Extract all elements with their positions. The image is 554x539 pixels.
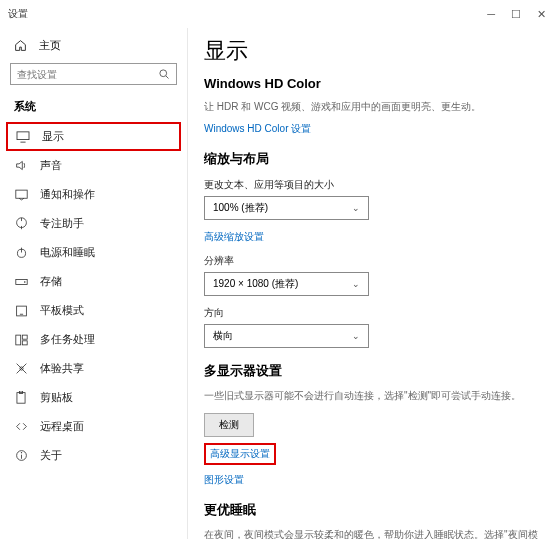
hd-color-desc: 让 HDR 和 WCG 视频、游戏和应用中的画面更明亮、更生动。 bbox=[204, 99, 538, 114]
sidebar-home-label: 主页 bbox=[39, 38, 61, 53]
hd-color-link[interactable]: Windows HD Color 设置 bbox=[204, 122, 311, 136]
svg-rect-13 bbox=[22, 340, 27, 344]
sidebar-item-label: 通知和操作 bbox=[40, 187, 95, 202]
orientation-select[interactable]: 横向 ⌄ bbox=[204, 324, 369, 348]
sidebar-item-label: 体验共享 bbox=[40, 361, 84, 376]
text-size-select[interactable]: 100% (推荐) ⌄ bbox=[204, 196, 369, 220]
sidebar-item-shared[interactable]: 体验共享 bbox=[0, 354, 187, 383]
svg-point-0 bbox=[160, 70, 167, 77]
multi-desc: 一些旧式显示器可能不会进行自动连接，选择"检测"即可尝试手动连接。 bbox=[204, 388, 538, 403]
sidebar-section: 系统 bbox=[0, 93, 187, 122]
svg-rect-2 bbox=[17, 131, 29, 139]
resolution-value: 1920 × 1080 (推荐) bbox=[213, 277, 298, 291]
svg-point-21 bbox=[20, 452, 21, 453]
multitask-icon bbox=[14, 333, 28, 347]
sound-icon bbox=[14, 159, 28, 173]
text-size-label: 更改文本、应用等项目的大小 bbox=[204, 178, 538, 192]
graphics-link[interactable]: 图形设置 bbox=[204, 473, 244, 487]
sidebar-home[interactable]: 主页 bbox=[0, 32, 187, 59]
shared-icon bbox=[14, 362, 28, 376]
sidebar-item-label: 电源和睡眠 bbox=[40, 245, 95, 260]
search-icon bbox=[152, 68, 176, 80]
chevron-down-icon: ⌄ bbox=[352, 203, 360, 213]
sleep-heading: 更优睡眠 bbox=[204, 501, 538, 519]
hd-color-heading: Windows HD Color bbox=[204, 76, 538, 91]
sidebar-item-label: 剪贴板 bbox=[40, 390, 73, 405]
multi-heading: 多显示器设置 bbox=[204, 362, 538, 380]
sidebar-item-storage[interactable]: 存储 bbox=[0, 267, 187, 296]
svg-rect-12 bbox=[22, 335, 27, 339]
home-icon bbox=[14, 39, 27, 52]
sidebar: 主页 系统 显示 声音 通知和操作 专注助手 bbox=[0, 28, 188, 539]
chevron-down-icon: ⌄ bbox=[352, 331, 360, 341]
detect-button[interactable]: 检测 bbox=[204, 413, 254, 437]
search-input[interactable] bbox=[10, 63, 177, 85]
sidebar-item-focus[interactable]: 专注助手 bbox=[0, 209, 187, 238]
sidebar-item-notifications[interactable]: 通知和操作 bbox=[0, 180, 187, 209]
focus-icon bbox=[14, 217, 28, 231]
svg-rect-11 bbox=[15, 335, 20, 345]
adv-scale-link[interactable]: 高级缩放设置 bbox=[204, 230, 264, 244]
sidebar-item-power[interactable]: 电源和睡眠 bbox=[0, 238, 187, 267]
about-icon bbox=[14, 449, 28, 463]
resolution-select[interactable]: 1920 × 1080 (推荐) ⌄ bbox=[204, 272, 369, 296]
page-title: 显示 bbox=[204, 36, 538, 66]
close-button[interactable]: ✕ bbox=[537, 8, 546, 21]
svg-point-8 bbox=[23, 281, 25, 283]
sidebar-item-label: 存储 bbox=[40, 274, 62, 289]
search-field[interactable] bbox=[11, 69, 152, 80]
sidebar-item-label: 显示 bbox=[42, 129, 64, 144]
display-icon bbox=[16, 130, 30, 144]
tablet-icon bbox=[14, 304, 28, 318]
main-content: 显示 Windows HD Color 让 HDR 和 WCG 视频、游戏和应用… bbox=[188, 28, 554, 539]
remote-icon bbox=[14, 420, 28, 434]
svg-rect-4 bbox=[15, 190, 26, 198]
resolution-label: 分辨率 bbox=[204, 254, 538, 268]
sidebar-item-label: 多任务处理 bbox=[40, 332, 95, 347]
scale-heading: 缩放与布局 bbox=[204, 150, 538, 168]
text-size-value: 100% (推荐) bbox=[213, 201, 268, 215]
svg-line-1 bbox=[166, 76, 169, 79]
sidebar-item-about[interactable]: 关于 bbox=[0, 441, 187, 470]
clipboard-icon bbox=[14, 391, 28, 405]
sidebar-item-sound[interactable]: 声音 bbox=[0, 151, 187, 180]
window-title: 设置 bbox=[8, 7, 28, 21]
sidebar-item-tablet[interactable]: 平板模式 bbox=[0, 296, 187, 325]
sidebar-item-clipboard[interactable]: 剪贴板 bbox=[0, 383, 187, 412]
orientation-value: 横向 bbox=[213, 329, 233, 343]
sidebar-item-label: 平板模式 bbox=[40, 303, 84, 318]
sidebar-item-multitask[interactable]: 多任务处理 bbox=[0, 325, 187, 354]
adv-display-link-highlight: 高级显示设置 bbox=[204, 443, 276, 465]
minimize-button[interactable]: ─ bbox=[487, 8, 495, 21]
sidebar-item-label: 关于 bbox=[40, 448, 62, 463]
maximize-button[interactable]: ☐ bbox=[511, 8, 521, 21]
sleep-desc: 在夜间，夜间模式会显示较柔和的暖色，帮助你进入睡眠状态。选择"夜间模式设置"进行… bbox=[204, 527, 538, 539]
sidebar-item-label: 专注助手 bbox=[40, 216, 84, 231]
orientation-label: 方向 bbox=[204, 306, 538, 320]
adv-display-link[interactable]: 高级显示设置 bbox=[210, 447, 270, 461]
sidebar-item-label: 声音 bbox=[40, 158, 62, 173]
power-icon bbox=[14, 246, 28, 260]
storage-icon bbox=[14, 275, 28, 289]
svg-rect-17 bbox=[17, 393, 25, 404]
notifications-icon bbox=[14, 188, 28, 202]
sidebar-item-remote[interactable]: 远程桌面 bbox=[0, 412, 187, 441]
chevron-down-icon: ⌄ bbox=[352, 279, 360, 289]
sidebar-item-label: 远程桌面 bbox=[40, 419, 84, 434]
sidebar-item-display[interactable]: 显示 bbox=[6, 122, 181, 151]
